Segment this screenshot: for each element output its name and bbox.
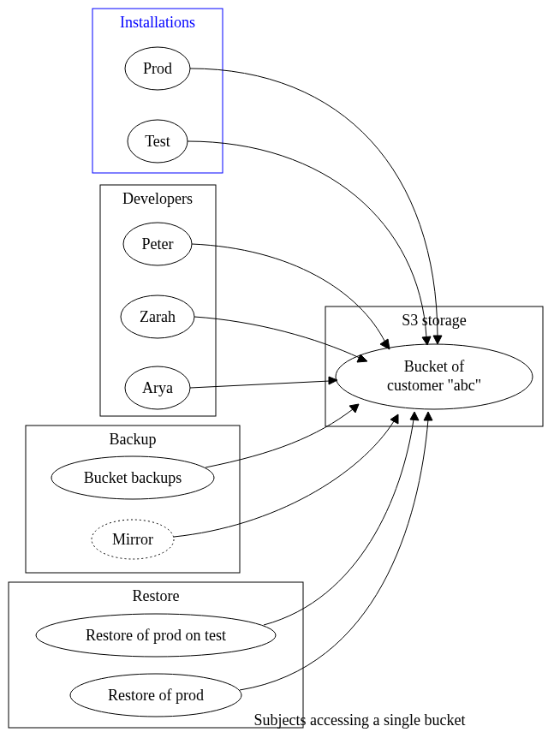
arrowhead-bucketbackups [349,404,359,413]
node-bucketbackups-label: Bucket backups [84,469,182,486]
arrowhead-mirror [390,414,398,424]
arrowhead-test [422,336,431,345]
arrowhead-peter [380,339,390,349]
node-restore-prod-label: Restore of prod [108,687,204,704]
edge-prod-bucket [190,68,438,336]
arrowhead-restore-test [410,412,419,420]
edge-test-bucket [188,141,426,337]
node-test-label: Test [145,133,170,150]
node-peter-label: Peter [142,235,174,253]
arrowhead-prod [433,336,442,344]
node-bucket-label-line2: customer "abc" [387,377,481,394]
edge-peter-bucket [192,244,385,342]
cluster-installations-title: Installations [120,14,195,31]
cluster-restore-title: Restore [133,587,180,604]
node-restore-test-label: Restore of prod on test [86,627,226,644]
arrowhead-restore-prod [424,412,432,420]
cluster-backup-title: Backup [110,431,157,448]
cluster-storage-title: S3 storage [402,312,467,329]
cluster-developers-title: Developers [122,190,193,207]
diagram-caption: Subjects accessing a single bucket [254,711,466,729]
edge-arya-bucket [190,381,330,388]
edge-bucketbackups-bucket [206,409,353,467]
node-bucket-label-line1: Bucket of [404,358,464,375]
node-prod-label: Prod [143,60,172,77]
node-mirror-label: Mirror [112,531,153,548]
edge-restore-test-bucket [264,420,414,625]
diagram-canvas: Installations Prod Test Developers Peter… [0,0,560,732]
edge-zarah-bucket [194,317,360,358]
node-arya-label: Arya [142,379,173,396]
edge-mirror-bucket [174,421,394,537]
node-zarah-label: Zarah [140,308,176,325]
edge-restore-prod-bucket [240,420,428,690]
